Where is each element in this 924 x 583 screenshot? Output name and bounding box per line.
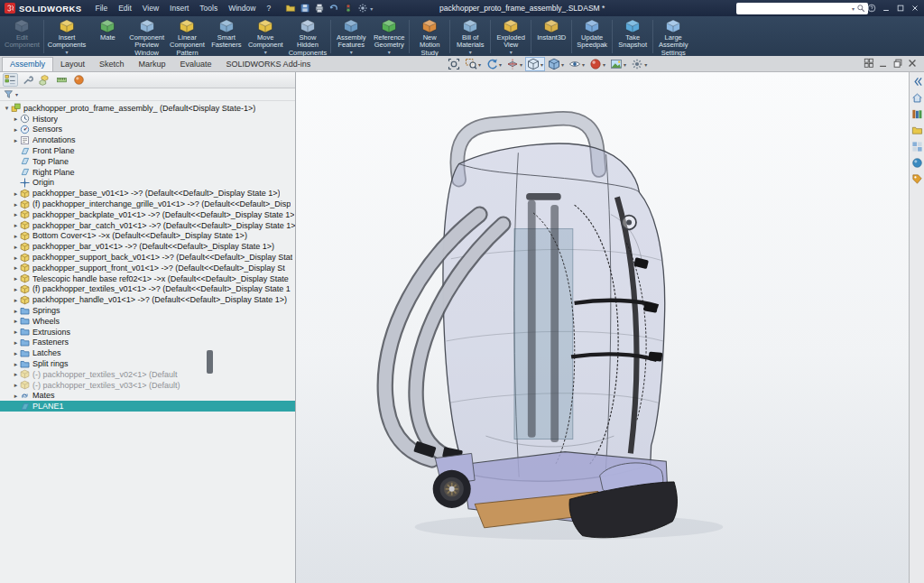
expand-arrow-icon[interactable]: ▸ (12, 116, 20, 122)
expand-arrow-icon[interactable]: ▸ (12, 339, 20, 346)
tile-windows-button[interactable] (864, 58, 874, 69)
menu-view[interactable]: View (137, 4, 164, 13)
menu-tools[interactable]: Tools (194, 4, 223, 13)
expand-arrow-icon[interactable]: ▸ (12, 371, 20, 377)
tree-item[interactable]: ▸Annotations (0, 134, 295, 145)
tree-item[interactable]: ▸Wheels (0, 316, 295, 327)
tree-item[interactable]: ▸packhopper_support_back_v01<1> ->? (Def… (0, 252, 295, 263)
tree-item[interactable]: ▸Extrusions (0, 327, 295, 338)
tree-item[interactable]: ▸Latches (0, 347, 295, 358)
ribbon-button-component-preview[interactable]: Component Preview Window (126, 17, 167, 56)
panel-splitter[interactable] (207, 350, 213, 374)
dropdown-arrow-icon[interactable]: ▾ (644, 61, 647, 68)
configurationmanager-tab[interactable] (37, 73, 52, 87)
displaymanager-tab[interactable] (71, 73, 87, 87)
internal-frame[interactable] (514, 193, 573, 442)
tree-item[interactable]: ▸packhopper_bar_v01<1> ->? (Default<<Def… (0, 241, 295, 252)
zoom-to-fit-button[interactable] (446, 57, 462, 71)
tree-item[interactable]: ▸Sensors (0, 125, 295, 135)
expand-arrow-icon[interactable]: ▸ (12, 201, 20, 208)
expand-arrow-icon[interactable]: ▸ (12, 382, 20, 388)
expand-arrow-icon[interactable]: ▸ (12, 254, 20, 261)
ribbon-button-mate[interactable]: Mate (88, 17, 126, 56)
save-icon[interactable] (300, 3, 310, 14)
tree-item[interactable]: PLANE1 (0, 401, 295, 412)
previous-view-button[interactable]: ▾ (484, 57, 504, 71)
view-palette-button[interactable] (911, 141, 923, 153)
dropdown-arrow-icon[interactable]: ▾ (510, 50, 513, 55)
open-icon[interactable] (285, 3, 296, 14)
expand-arrow-icon[interactable]: ▸ (12, 264, 20, 271)
hide-show-items-button[interactable]: ▾ (567, 57, 587, 71)
tab-assembly[interactable]: Assembly (2, 57, 53, 71)
view-settings-button[interactable]: ▾ (629, 57, 649, 71)
solidworks-resources-button[interactable] (911, 92, 923, 104)
tree-item[interactable]: ▸packhopper_backplate_v01<1> ->? (Defaul… (0, 209, 295, 220)
view-orientation-button[interactable]: ▾ (525, 57, 545, 71)
expand-arrow-icon[interactable]: ▸ (12, 393, 20, 399)
dropdown-arrow-icon[interactable]: ▾ (541, 61, 543, 68)
dimxpertmanager-tab[interactable] (54, 73, 69, 87)
expand-arrow-icon[interactable]: ▸ (12, 318, 20, 324)
search-box[interactable]: ▾ (736, 3, 868, 14)
propertymanager-tab[interactable] (20, 73, 35, 87)
dropdown-arrow-icon[interactable]: ▾ (469, 50, 472, 55)
expand-arrow-icon[interactable]: ▸ (12, 297, 20, 303)
expand-arrow-icon[interactable]: ▸ (12, 350, 20, 356)
options-icon[interactable] (357, 3, 368, 14)
tree-item[interactable]: ▸(-) packhopper_textiles_v03<1> (Default… (0, 380, 295, 391)
ribbon-button-new-motion[interactable]: New Motion Study (411, 17, 448, 56)
model-canvas[interactable] (296, 72, 909, 583)
search-dropdown-arrow-icon[interactable]: ▾ (852, 5, 855, 12)
expand-arrow-icon[interactable]: ▸ (12, 308, 20, 314)
ribbon-button-move-component[interactable]: Move Component▾ (245, 17, 286, 56)
dropdown-arrow-icon[interactable]: ▾ (603, 61, 605, 68)
file-explorer-button[interactable] (911, 125, 923, 136)
dropdown-arrow-icon[interactable]: ▾ (66, 50, 69, 55)
help-button[interactable] (864, 2, 878, 14)
tab-markup[interactable]: Markup (132, 58, 173, 71)
dropdown-arrow-icon[interactable]: ▾ (350, 50, 353, 55)
options-dropdown-arrow-icon[interactable]: ▾ (370, 5, 373, 12)
zoom-to-area-button[interactable]: ▾ (463, 57, 483, 71)
tree-item[interactable]: ▸History (0, 114, 295, 125)
tree-item[interactable]: ▸Springs (0, 305, 295, 316)
ribbon-button-large-assembly[interactable]: Large Assembly Settings▾ (654, 17, 692, 56)
menu-file[interactable]: File (89, 4, 113, 13)
tree-item[interactable]: ▸(f) packhopper_textiles_v01<1> ->? (Def… (0, 284, 295, 295)
tree-item[interactable]: ▸Mates (0, 391, 295, 402)
dropdown-arrow-icon[interactable]: ▾ (264, 50, 267, 55)
tree-item[interactable]: Front Plane (0, 145, 295, 156)
tree-item[interactable]: ▸(f) packhopper_interchange_grille_v01<1… (0, 199, 295, 209)
tree-item[interactable]: Origin (0, 178, 295, 189)
minimize-button[interactable] (879, 2, 892, 14)
menu-help[interactable]: ? (261, 4, 276, 13)
tab-solidworks-add-ins[interactable]: SOLIDWORKS Add-ins (219, 58, 319, 71)
tree-item[interactable]: Top Plane (0, 156, 295, 167)
expand-arrow-icon[interactable]: ▸ (12, 190, 20, 197)
ribbon-button-take-snapshot[interactable]: Take Snapshot (614, 17, 651, 56)
display-style-button[interactable]: ▾ (546, 57, 566, 71)
ribbon-button-reference-geometry[interactable]: Reference Geometry▾ (370, 17, 408, 56)
ribbon-button-show-hidden[interactable]: Show Hidden Components (286, 17, 330, 56)
ribbon-button-bill-of-materials[interactable]: Bill of Materials▾ (451, 17, 489, 56)
tree-item[interactable]: ▸packhopper_base_v01<1> ->? (Default<<De… (0, 188, 295, 199)
restore-doc-button[interactable] (892, 58, 903, 69)
ribbon-button-instant3d[interactable]: Instant3D (532, 17, 570, 56)
edit-appearance-button[interactable]: ▾ (587, 57, 607, 71)
dropdown-arrow-icon[interactable]: ▾ (582, 61, 585, 68)
expand-arrow-icon[interactable]: ▸ (12, 211, 20, 217)
expand-arrow-icon[interactable]: ▸ (12, 361, 20, 367)
filter-funnel-icon[interactable] (4, 89, 14, 99)
dropdown-arrow-icon[interactable]: ▾ (520, 61, 522, 68)
close-doc-button[interactable] (907, 58, 918, 69)
tree-root-item[interactable]: ▾packhopper_proto_frame_assembly_ (Defau… (0, 103, 295, 114)
apply-scene-button[interactable]: ▾ (608, 57, 628, 71)
rebuild-icon[interactable] (343, 3, 354, 14)
tree-item[interactable]: ▸(-) packhopper_textiles_v02<1> (Default (0, 369, 295, 380)
print-icon[interactable] (314, 3, 325, 14)
tree-item[interactable]: ▸Split rings (0, 358, 295, 369)
expand-arrow-icon[interactable]: ▸ (12, 137, 20, 143)
expand-arrow-icon[interactable]: ▸ (12, 329, 20, 335)
expand-arrow-icon[interactable]: ▸ (12, 233, 20, 239)
